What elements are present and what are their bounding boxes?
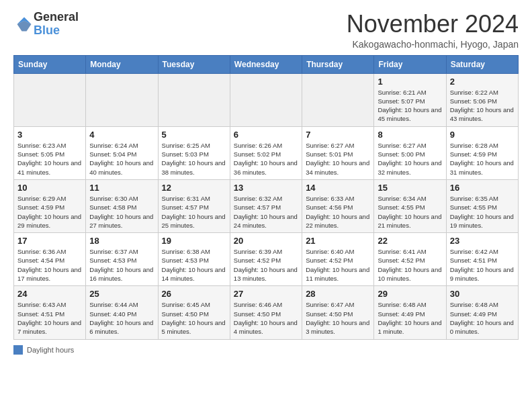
day-number: 9	[450, 130, 515, 140]
col-header-wednesday: Wednesday	[230, 55, 302, 73]
day-number: 11	[89, 183, 154, 193]
day-number: 25	[89, 289, 154, 299]
day-number: 23	[450, 236, 515, 246]
day-info: Sunrise: 6:26 AM Sunset: 5:02 PM Dayligh…	[234, 141, 298, 177]
logo: General Blue	[13, 11, 79, 38]
day-number: 28	[306, 289, 370, 299]
day-info: Sunrise: 6:45 AM Sunset: 4:50 PM Dayligh…	[162, 300, 226, 336]
header: General Blue November 2024 Kakogawacho-h…	[13, 11, 519, 50]
cell-w4-d5: 22Sunrise: 6:41 AM Sunset: 4:52 PM Dayli…	[374, 233, 446, 286]
week-row-1: 1Sunrise: 6:21 AM Sunset: 5:07 PM Daylig…	[14, 73, 519, 126]
day-number: 10	[17, 183, 82, 193]
day-number: 7	[306, 130, 370, 140]
day-info: Sunrise: 6:38 AM Sunset: 4:53 PM Dayligh…	[162, 247, 226, 283]
cell-w3-d4: 14Sunrise: 6:33 AM Sunset: 4:56 PM Dayli…	[302, 179, 374, 232]
day-info: Sunrise: 6:33 AM Sunset: 4:56 PM Dayligh…	[306, 194, 370, 230]
day-info: Sunrise: 6:39 AM Sunset: 4:52 PM Dayligh…	[234, 247, 298, 283]
cell-w3-d5: 15Sunrise: 6:34 AM Sunset: 4:55 PM Dayli…	[374, 179, 446, 232]
cell-w2-d5: 8Sunrise: 6:27 AM Sunset: 5:00 PM Daylig…	[374, 126, 446, 179]
day-info: Sunrise: 6:37 AM Sunset: 4:53 PM Dayligh…	[89, 247, 154, 283]
cell-w4-d3: 20Sunrise: 6:39 AM Sunset: 4:52 PM Dayli…	[230, 233, 302, 286]
day-number: 19	[162, 236, 226, 246]
week-row-3: 10Sunrise: 6:29 AM Sunset: 4:59 PM Dayli…	[14, 179, 519, 232]
day-number: 29	[378, 289, 442, 299]
cell-w2-d6: 9Sunrise: 6:28 AM Sunset: 4:59 PM Daylig…	[446, 126, 518, 179]
day-info: Sunrise: 6:40 AM Sunset: 4:52 PM Dayligh…	[306, 247, 370, 283]
cell-w4-d1: 18Sunrise: 6:37 AM Sunset: 4:53 PM Dayli…	[86, 233, 158, 286]
day-number: 18	[89, 236, 154, 246]
cell-w5-d6: 30Sunrise: 6:48 AM Sunset: 4:49 PM Dayli…	[446, 286, 518, 339]
header-row: SundayMondayTuesdayWednesdayThursdayFrid…	[14, 55, 519, 73]
day-number: 26	[162, 289, 226, 299]
cell-w3-d6: 16Sunrise: 6:35 AM Sunset: 4:55 PM Dayli…	[446, 179, 518, 232]
day-info: Sunrise: 6:22 AM Sunset: 5:06 PM Dayligh…	[450, 88, 515, 124]
location: Kakogawacho-honmachi, Hyogo, Japan	[347, 39, 519, 50]
cell-w5-d3: 27Sunrise: 6:46 AM Sunset: 4:50 PM Dayli…	[230, 286, 302, 339]
cell-w3-d1: 11Sunrise: 6:30 AM Sunset: 4:58 PM Dayli…	[86, 179, 158, 232]
col-header-thursday: Thursday	[302, 55, 374, 73]
cell-w2-d1: 4Sunrise: 6:24 AM Sunset: 5:04 PM Daylig…	[86, 126, 158, 179]
day-number: 8	[378, 130, 442, 140]
day-info: Sunrise: 6:30 AM Sunset: 4:58 PM Dayligh…	[89, 194, 154, 230]
cell-w4-d2: 19Sunrise: 6:38 AM Sunset: 4:53 PM Dayli…	[158, 233, 230, 286]
page: General Blue November 2024 Kakogawacho-h…	[0, 0, 532, 361]
day-number: 4	[89, 130, 154, 140]
cell-w1-d2	[158, 73, 230, 126]
logo-blue: Blue	[34, 24, 60, 37]
cell-w5-d1: 25Sunrise: 6:44 AM Sunset: 4:40 PM Dayli…	[86, 286, 158, 339]
cell-w1-d6: 2Sunrise: 6:22 AM Sunset: 5:06 PM Daylig…	[446, 73, 518, 126]
day-info: Sunrise: 6:27 AM Sunset: 5:01 PM Dayligh…	[306, 141, 370, 177]
col-header-friday: Friday	[374, 55, 446, 73]
col-header-saturday: Saturday	[446, 55, 518, 73]
day-number: 20	[234, 236, 298, 246]
day-info: Sunrise: 6:41 AM Sunset: 4:52 PM Dayligh…	[378, 247, 442, 283]
day-info: Sunrise: 6:48 AM Sunset: 4:49 PM Dayligh…	[450, 300, 515, 336]
col-header-monday: Monday	[86, 55, 158, 73]
legend-box	[13, 345, 23, 355]
week-row-2: 3Sunrise: 6:23 AM Sunset: 5:05 PM Daylig…	[14, 126, 519, 179]
day-number: 27	[234, 289, 298, 299]
day-number: 16	[450, 183, 515, 193]
cell-w4-d6: 23Sunrise: 6:42 AM Sunset: 4:51 PM Dayli…	[446, 233, 518, 286]
cell-w3-d0: 10Sunrise: 6:29 AM Sunset: 4:59 PM Dayli…	[14, 179, 86, 232]
day-number: 5	[162, 130, 226, 140]
legend-label: Daylight hours	[27, 346, 74, 354]
footer: Daylight hours	[13, 345, 519, 355]
day-number: 6	[234, 130, 298, 140]
week-row-4: 17Sunrise: 6:36 AM Sunset: 4:54 PM Dayli…	[14, 233, 519, 286]
day-info: Sunrise: 6:46 AM Sunset: 4:50 PM Dayligh…	[234, 300, 298, 336]
cell-w5-d4: 28Sunrise: 6:47 AM Sunset: 4:50 PM Dayli…	[302, 286, 374, 339]
logo-general: General	[34, 10, 79, 24]
day-info: Sunrise: 6:27 AM Sunset: 5:00 PM Dayligh…	[378, 141, 442, 177]
col-header-sunday: Sunday	[14, 55, 86, 73]
week-row-5: 24Sunrise: 6:43 AM Sunset: 4:51 PM Dayli…	[14, 286, 519, 339]
cell-w5-d2: 26Sunrise: 6:45 AM Sunset: 4:50 PM Dayli…	[158, 286, 230, 339]
month-title: November 2024	[347, 11, 519, 38]
cell-w2-d0: 3Sunrise: 6:23 AM Sunset: 5:05 PM Daylig…	[14, 126, 86, 179]
day-number: 14	[306, 183, 370, 193]
day-info: Sunrise: 6:32 AM Sunset: 4:57 PM Dayligh…	[234, 194, 298, 230]
cell-w4-d0: 17Sunrise: 6:36 AM Sunset: 4:54 PM Dayli…	[14, 233, 86, 286]
day-info: Sunrise: 6:48 AM Sunset: 4:49 PM Dayligh…	[378, 300, 442, 336]
cell-w1-d3	[230, 73, 302, 126]
cell-w1-d1	[86, 73, 158, 126]
col-header-tuesday: Tuesday	[158, 55, 230, 73]
day-number: 21	[306, 236, 370, 246]
day-info: Sunrise: 6:35 AM Sunset: 4:55 PM Dayligh…	[450, 194, 515, 230]
day-info: Sunrise: 6:25 AM Sunset: 5:03 PM Dayligh…	[162, 141, 226, 177]
day-number: 24	[17, 289, 82, 299]
day-number: 30	[450, 289, 515, 299]
cell-w4-d4: 21Sunrise: 6:40 AM Sunset: 4:52 PM Dayli…	[302, 233, 374, 286]
day-info: Sunrise: 6:34 AM Sunset: 4:55 PM Dayligh…	[378, 194, 442, 230]
calendar-table: SundayMondayTuesdayWednesdayThursdayFrid…	[13, 55, 519, 340]
cell-w1-d5: 1Sunrise: 6:21 AM Sunset: 5:07 PM Daylig…	[374, 73, 446, 126]
cell-w2-d2: 5Sunrise: 6:25 AM Sunset: 5:03 PM Daylig…	[158, 126, 230, 179]
logo-text: General Blue	[34, 11, 79, 38]
cell-w2-d4: 7Sunrise: 6:27 AM Sunset: 5:01 PM Daylig…	[302, 126, 374, 179]
day-info: Sunrise: 6:47 AM Sunset: 4:50 PM Dayligh…	[306, 300, 370, 336]
cell-w5-d5: 29Sunrise: 6:48 AM Sunset: 4:49 PM Dayli…	[374, 286, 446, 339]
cell-w1-d4	[302, 73, 374, 126]
day-info: Sunrise: 6:23 AM Sunset: 5:05 PM Dayligh…	[17, 141, 82, 177]
day-info: Sunrise: 6:43 AM Sunset: 4:51 PM Dayligh…	[17, 300, 82, 336]
cell-w3-d3: 13Sunrise: 6:32 AM Sunset: 4:57 PM Dayli…	[230, 179, 302, 232]
